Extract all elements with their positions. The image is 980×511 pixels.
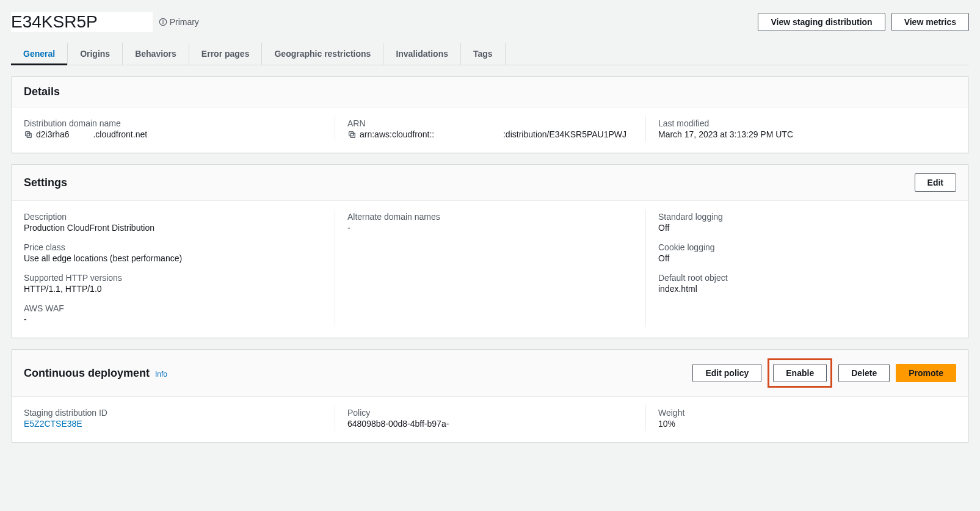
edit-settings-button[interactable]: Edit: [915, 173, 956, 192]
policy-value: 648098b8-00d8-4bff-b97a-: [347, 419, 633, 429]
cd-title-text: Continuous deployment: [24, 367, 150, 379]
tab-origins[interactable]: Origins: [68, 43, 123, 65]
enable-button[interactable]: Enable: [773, 364, 827, 382]
root-label: Default root object: [658, 273, 944, 283]
altdomain-value: -: [347, 223, 633, 233]
settings-title: Settings: [24, 176, 67, 189]
edit-policy-button[interactable]: Edit policy: [692, 364, 761, 382]
domain-label: Distribution domain name: [24, 118, 322, 128]
tab-behaviors[interactable]: Behaviors: [123, 43, 189, 65]
delete-button[interactable]: Delete: [838, 364, 890, 382]
staging-id-label: Staging distribution ID: [24, 408, 322, 418]
svg-rect-5: [349, 132, 354, 136]
svg-rect-2: [162, 21, 163, 24]
info-link[interactable]: Info: [155, 370, 167, 379]
copy-icon[interactable]: [24, 130, 32, 139]
altdomain-label: Alternate domain names: [347, 212, 633, 222]
http-label: Supported HTTP versions: [24, 273, 322, 283]
page-header: E34KSR5P Primary View staging distributi…: [11, 0, 969, 37]
http-value: HTTP/1.1, HTTP/1.0: [24, 284, 322, 294]
domain-value: d2i3rha6 .cloudfront.net: [36, 129, 147, 139]
settings-panel: Settings Edit Description Production Clo…: [11, 164, 969, 338]
description-label: Description: [24, 212, 322, 222]
continuous-deployment-panel: Continuous deployment Info Edit policy E…: [11, 349, 969, 443]
promote-button[interactable]: Promote: [896, 364, 956, 382]
waf-value: -: [24, 314, 322, 324]
tab-general[interactable]: General: [11, 43, 68, 65]
svg-rect-3: [26, 132, 30, 136]
svg-point-1: [162, 20, 164, 21]
tab-error-pages[interactable]: Error pages: [189, 43, 263, 65]
primary-badge: Primary: [159, 17, 199, 27]
info-icon: [159, 18, 167, 26]
waf-label: AWS WAF: [24, 303, 322, 313]
policy-label: Policy: [347, 408, 633, 418]
weight-label: Weight: [658, 408, 944, 418]
tab-tags[interactable]: Tags: [461, 43, 506, 65]
cookielog-label: Cookie logging: [658, 242, 944, 252]
stdlog-label: Standard logging: [658, 212, 944, 222]
staging-id-link[interactable]: E5Z2CTSE38E: [24, 419, 322, 429]
details-title: Details: [24, 85, 60, 98]
weight-value: 10%: [658, 419, 944, 429]
tab-bar: General Origins Behaviors Error pages Ge…: [11, 43, 969, 65]
modified-value: March 17, 2023 at 3:13:29 PM UTC: [658, 129, 944, 139]
tab-geo[interactable]: Geographic restrictions: [262, 43, 383, 65]
details-panel: Details Distribution domain name d2i3rha…: [11, 76, 969, 153]
view-staging-button[interactable]: View staging distribution: [758, 13, 885, 31]
svg-rect-6: [350, 133, 355, 137]
svg-rect-4: [27, 133, 31, 137]
primary-label: Primary: [170, 17, 199, 27]
description-value: Production CloudFront Distribution: [24, 223, 322, 233]
price-label: Price class: [24, 242, 322, 252]
root-value: index.html: [658, 284, 944, 294]
cookielog-value: Off: [658, 253, 944, 263]
arn-label: ARN: [347, 118, 633, 128]
copy-icon[interactable]: [347, 130, 356, 139]
modified-label: Last modified: [658, 118, 944, 128]
arn-value: arn:aws:cloudfront:: :distribution/E34KS…: [360, 129, 626, 139]
cd-title: Continuous deployment Info: [24, 367, 167, 380]
stdlog-value: Off: [658, 223, 944, 233]
tab-invalidations[interactable]: Invalidations: [383, 43, 461, 65]
price-value: Use all edge locations (best performance…: [24, 253, 322, 263]
distribution-id-title: E34KSR5P: [11, 12, 153, 32]
highlight-annotation: Enable: [768, 358, 832, 388]
view-metrics-button[interactable]: View metrics: [891, 13, 969, 31]
